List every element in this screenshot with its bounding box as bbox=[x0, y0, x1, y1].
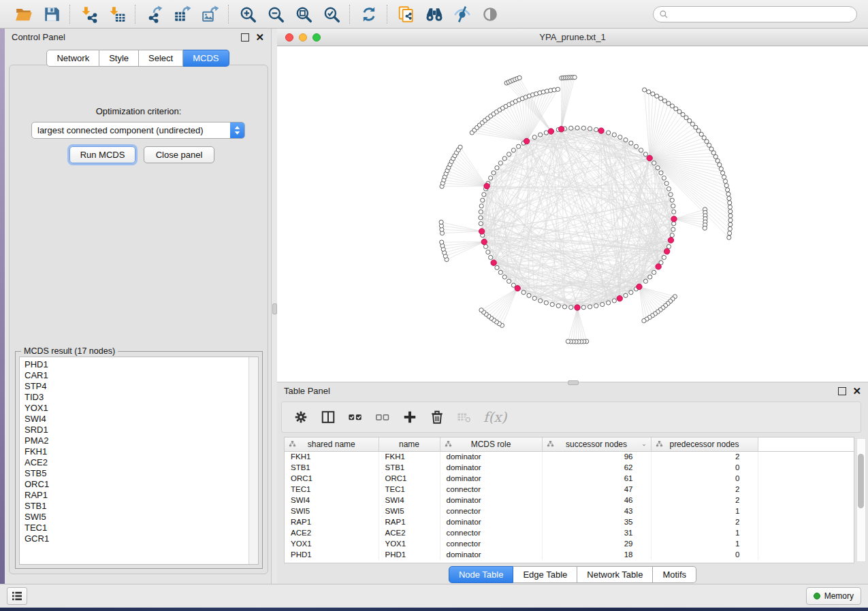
satellite-node[interactable] bbox=[696, 129, 701, 133]
mcds-result-item[interactable]: SRD1 bbox=[25, 425, 253, 435]
network-node[interactable] bbox=[664, 181, 669, 185]
satellite-node[interactable] bbox=[727, 196, 731, 200]
mcds-result-item[interactable]: SWI4 bbox=[25, 414, 253, 425]
float-table-panel-icon[interactable] bbox=[838, 387, 846, 395]
select-all-icon[interactable] bbox=[347, 409, 364, 425]
network-window-titlebar[interactable]: YPA_prune.txt_1 bbox=[277, 29, 868, 46]
network-node[interactable] bbox=[532, 135, 536, 139]
network-node[interactable] bbox=[527, 293, 531, 297]
tab-node-table[interactable]: Node Table bbox=[449, 566, 514, 583]
satellite-node[interactable] bbox=[705, 139, 709, 144]
table-row[interactable]: TEC1TEC1connector472 bbox=[285, 484, 854, 495]
network-node[interactable] bbox=[629, 291, 633, 295]
network-node[interactable] bbox=[662, 255, 666, 259]
tab-select[interactable]: Select bbox=[139, 50, 183, 67]
network-node[interactable] bbox=[618, 135, 622, 139]
network-node[interactable] bbox=[539, 133, 543, 137]
network-node[interactable] bbox=[511, 148, 515, 152]
network-node[interactable] bbox=[479, 222, 483, 226]
mcds-result-item[interactable]: STP4 bbox=[25, 381, 253, 392]
network-node[interactable] bbox=[544, 301, 548, 305]
network-node[interactable] bbox=[507, 279, 511, 283]
network-node[interactable] bbox=[479, 216, 483, 220]
mcds-result-item[interactable]: STB5 bbox=[25, 468, 253, 479]
satellite-node[interactable] bbox=[670, 104, 674, 108]
tab-motifs[interactable]: Motifs bbox=[653, 566, 696, 583]
dominator-node[interactable] bbox=[558, 127, 564, 132]
mcds-result-item[interactable]: TID3 bbox=[25, 392, 253, 403]
satellite-node[interactable] bbox=[719, 167, 723, 171]
dominator-node[interactable] bbox=[548, 129, 553, 134]
delete-row-icon[interactable] bbox=[429, 409, 445, 425]
mcds-result-item[interactable]: FKH1 bbox=[25, 446, 253, 457]
satellite-node[interactable] bbox=[728, 222, 733, 227]
mcds-result-item[interactable]: YOX1 bbox=[25, 403, 253, 414]
satellite-node[interactable] bbox=[723, 179, 727, 183]
dominator-node[interactable] bbox=[491, 260, 496, 265]
network-node[interactable] bbox=[581, 306, 585, 310]
mcds-result-item[interactable]: CAR1 bbox=[25, 370, 253, 381]
network-node[interactable] bbox=[624, 138, 628, 142]
satellite-node[interactable] bbox=[642, 318, 646, 323]
dominator-node[interactable] bbox=[598, 128, 604, 133]
table-row[interactable]: ORC1ORC1dominator610 bbox=[285, 473, 854, 484]
table-row[interactable]: STB1STB1dominator620 bbox=[285, 462, 854, 473]
satellite-node[interactable] bbox=[651, 92, 655, 96]
satellite-node[interactable] bbox=[722, 175, 726, 179]
network-node[interactable] bbox=[486, 250, 490, 254]
save-session-icon[interactable] bbox=[42, 5, 61, 23]
table-row[interactable]: PHD1PHD1dominator180 bbox=[285, 549, 854, 560]
zoom-selected-icon[interactable] bbox=[322, 5, 340, 23]
mcds-result-item[interactable]: PMA2 bbox=[25, 435, 253, 446]
satellite-node[interactable] bbox=[694, 125, 698, 129]
network-node[interactable] bbox=[481, 198, 485, 202]
dominator-node[interactable] bbox=[515, 286, 520, 291]
satellite-node[interactable] bbox=[566, 340, 570, 344]
network-node[interactable] bbox=[600, 302, 605, 306]
mcds-list-scrollbar[interactable] bbox=[248, 357, 258, 564]
satellite-node[interactable] bbox=[726, 188, 730, 192]
network-node[interactable] bbox=[594, 127, 598, 131]
satellite-node[interactable] bbox=[655, 94, 659, 98]
network-node[interactable] bbox=[666, 186, 671, 191]
network-node[interactable] bbox=[624, 293, 628, 297]
export-table-icon[interactable] bbox=[173, 5, 191, 23]
network-node[interactable] bbox=[607, 131, 611, 135]
satellite-node[interactable] bbox=[728, 210, 733, 214]
network-node[interactable] bbox=[516, 144, 520, 148]
dominator-node[interactable] bbox=[656, 264, 661, 269]
network-node[interactable] bbox=[588, 127, 592, 131]
satellite-node[interactable] bbox=[728, 227, 732, 231]
mcds-result-item[interactable]: GCR1 bbox=[25, 533, 253, 544]
satellite-node[interactable] bbox=[659, 97, 663, 101]
satellite-node[interactable] bbox=[517, 76, 521, 80]
add-row-icon[interactable] bbox=[402, 409, 418, 425]
network-node[interactable] bbox=[495, 265, 499, 269]
satellite-node[interactable] bbox=[439, 220, 443, 224]
gear-icon[interactable] bbox=[293, 409, 309, 425]
network-node[interactable] bbox=[588, 305, 592, 309]
table-row[interactable]: RAP1RAP1dominator352 bbox=[285, 516, 854, 527]
clone-network-icon[interactable] bbox=[397, 5, 415, 23]
table-scrollbar[interactable] bbox=[856, 438, 866, 562]
import-network-icon[interactable] bbox=[80, 5, 98, 23]
network-node[interactable] bbox=[498, 270, 502, 274]
network-node[interactable] bbox=[594, 303, 598, 308]
split-pane-icon[interactable] bbox=[320, 409, 336, 425]
network-node[interactable] bbox=[670, 198, 674, 202]
mcds-result-item[interactable]: PHD1 bbox=[25, 359, 253, 370]
zoom-in-icon[interactable] bbox=[238, 5, 257, 23]
export-image-icon[interactable] bbox=[201, 5, 219, 23]
satellite-node[interactable] bbox=[718, 163, 722, 167]
table-row[interactable]: FKH1FKH1dominator962 bbox=[285, 451, 854, 462]
network-node[interactable] bbox=[489, 255, 493, 259]
satellite-node[interactable] bbox=[440, 240, 444, 244]
network-node[interactable] bbox=[643, 152, 647, 156]
dominator-node[interactable] bbox=[575, 305, 580, 310]
search-input[interactable] bbox=[673, 9, 851, 20]
network-node[interactable] bbox=[656, 166, 660, 170]
network-node[interactable] bbox=[672, 210, 676, 214]
table-row[interactable]: ACE2ACE2connector311 bbox=[285, 527, 854, 538]
table-row[interactable]: SWI5SWI5connector431 bbox=[285, 506, 854, 516]
dominator-node[interactable] bbox=[479, 229, 484, 234]
